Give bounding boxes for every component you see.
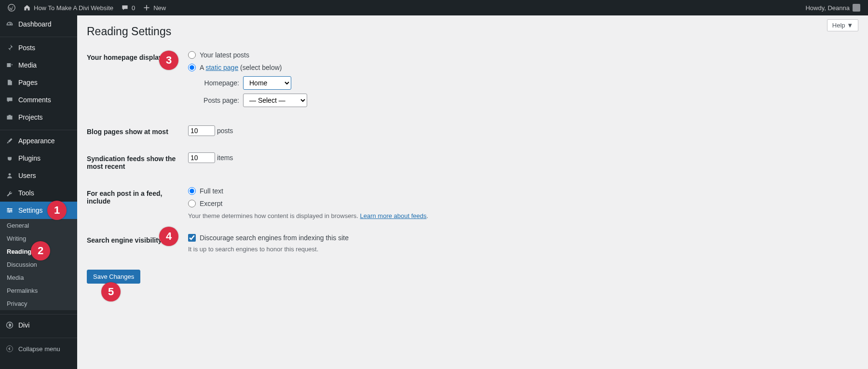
howdy-text: Howdy, Deanna	[805, 4, 850, 12]
menu-users[interactable]: Users	[0, 167, 77, 184]
submenu-writing[interactable]: Writing	[0, 232, 77, 245]
discourage-checkbox[interactable]	[188, 234, 196, 242]
syndication-input[interactable]	[188, 152, 215, 163]
menu-settings[interactable]: Settings 1	[0, 202, 77, 219]
admin-sidebar: Dashboard Posts Media Pages Comments Pro…	[0, 15, 77, 369]
menu-separator	[0, 312, 77, 314]
wp-logo[interactable]	[4, 0, 19, 15]
callout-1: 1	[47, 201, 67, 220]
wrench-icon	[5, 188, 14, 198]
collapse-icon	[5, 344, 14, 354]
menu-label: Dashboard	[18, 20, 52, 28]
brush-icon	[5, 136, 14, 146]
radio-excerpt[interactable]	[188, 200, 196, 207]
menu-label: Pages	[18, 79, 38, 86]
menu-label: Posts	[18, 44, 35, 52]
excerpt-label: Excerpt	[200, 200, 222, 207]
radio-latest-posts[interactable]	[188, 51, 196, 59]
svg-point-1	[9, 173, 11, 176]
homepage-displays-label: Your homepage displays	[87, 44, 183, 118]
homepage-select[interactable]: Home	[243, 76, 291, 90]
site-title: How To Make A Divi Website	[34, 4, 113, 12]
help-label: Help	[832, 22, 845, 29]
comment-icon	[121, 4, 129, 12]
comments-count: 0	[132, 4, 135, 12]
radio-full-text[interactable]	[188, 187, 196, 195]
menu-separator	[0, 35, 77, 37]
posts-page-select[interactable]: — Select —	[243, 94, 307, 107]
blog-pages-input[interactable]	[188, 125, 215, 136]
portfolio-icon	[5, 112, 14, 122]
menu-label: Projects	[18, 113, 43, 121]
svg-point-3	[7, 346, 13, 352]
blog-pages-label: Blog pages show at most	[87, 118, 183, 145]
comments-link[interactable]: 0	[117, 0, 139, 15]
menu-separator	[0, 336, 77, 338]
media-icon	[5, 60, 14, 70]
static-suffix: (select below)	[240, 64, 282, 71]
search-visibility-label: Search engine visibility	[87, 227, 183, 260]
feed-include-label: For each post in a feed, include	[87, 180, 183, 227]
menu-label: Settings	[18, 206, 43, 214]
learn-more-feeds-link[interactable]: Learn more about feeds	[360, 212, 426, 219]
menu-projects[interactable]: Projects	[0, 109, 77, 126]
menu-tools[interactable]: Tools	[0, 184, 77, 202]
page-title: Reading Settings	[87, 15, 858, 44]
latest-posts-label: Your latest posts	[200, 51, 249, 59]
submenu-general[interactable]: General	[0, 219, 77, 232]
submenu-reading[interactable]: Reading2	[0, 245, 77, 258]
menu-label: Media	[18, 61, 37, 69]
static-prefix: A	[200, 64, 205, 71]
save-button[interactable]: Save Changes	[87, 270, 140, 284]
homepage-select-label: Homepage:	[199, 79, 239, 87]
plus-icon	[143, 4, 150, 12]
pin-icon	[5, 43, 14, 53]
menu-posts[interactable]: Posts	[0, 39, 77, 56]
menu-divi[interactable]: Divi	[0, 316, 77, 334]
admin-bar: How To Make A Divi Website 0 New Howdy, …	[0, 0, 868, 15]
discourage-label: Discourage search engines from indexing …	[200, 234, 349, 242]
howdy-link[interactable]: Howdy, Deanna	[801, 0, 864, 15]
menu-label: Users	[18, 172, 36, 179]
menu-plugins[interactable]: Plugins	[0, 150, 77, 167]
avatar	[853, 4, 860, 12]
menu-dashboard[interactable]: Dashboard	[0, 15, 77, 33]
wordpress-icon	[8, 4, 15, 12]
plug-icon	[5, 153, 14, 163]
settings-submenu: General Writing Reading2 Discussion Medi…	[0, 219, 77, 310]
content-area: Help ▼ Reading Settings Your homepage di…	[77, 15, 868, 369]
menu-separator	[0, 128, 77, 130]
sliders-icon	[5, 205, 14, 215]
menu-label: Appearance	[18, 137, 55, 145]
site-link[interactable]: How To Make A Divi Website	[19, 0, 117, 15]
feed-desc-suffix: .	[427, 212, 429, 219]
menu-label: Divi	[18, 321, 29, 329]
menu-media[interactable]: Media	[0, 56, 77, 74]
full-text-label: Full text	[200, 187, 223, 195]
feed-desc-prefix: Your theme determines how content is dis…	[188, 212, 360, 219]
submenu-privacy[interactable]: Privacy	[0, 297, 77, 310]
new-label: New	[153, 4, 166, 12]
user-icon	[5, 171, 14, 180]
page-icon	[5, 78, 14, 87]
menu-comments[interactable]: Comments	[0, 91, 77, 109]
collapse-menu[interactable]: Collapse menu	[0, 340, 77, 357]
blog-pages-unit: posts	[217, 127, 233, 135]
submenu-media[interactable]: Media	[0, 271, 77, 284]
posts-page-select-label: Posts page:	[199, 96, 239, 104]
syndication-unit: items	[217, 154, 233, 162]
dashboard-icon	[5, 19, 14, 29]
divi-icon	[5, 320, 14, 330]
menu-label: Plugins	[18, 154, 41, 162]
new-link[interactable]: New	[139, 0, 170, 15]
menu-appearance[interactable]: Appearance	[0, 132, 77, 150]
submenu-permalinks[interactable]: Permalinks	[0, 284, 77, 297]
help-tab[interactable]: Help ▼	[827, 19, 858, 31]
menu-pages[interactable]: Pages	[0, 74, 77, 91]
static-page-link[interactable]: static page	[205, 64, 238, 71]
radio-static-page[interactable]	[188, 64, 196, 71]
submenu-discussion[interactable]: Discussion	[0, 258, 77, 271]
callout-5: 5	[101, 282, 121, 301]
discourage-note: It is up to search engines to honor this…	[188, 246, 854, 253]
home-icon	[23, 4, 31, 12]
